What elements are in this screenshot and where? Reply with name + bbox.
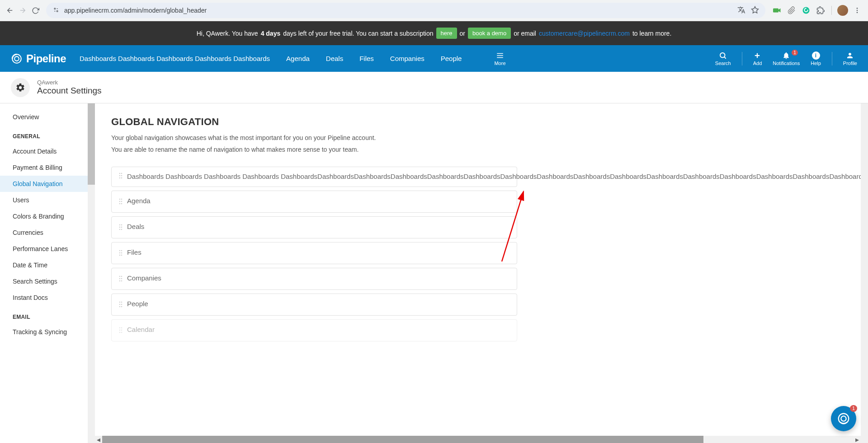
sidebar-item-payment-billing[interactable]: Payment & Billing: [0, 159, 95, 176]
nav-search[interactable]: Search: [715, 51, 731, 66]
svg-point-57: [119, 331, 120, 332]
nav-notifications[interactable]: 1 Notifications: [773, 51, 800, 66]
nav-more-label: More: [494, 61, 505, 66]
svg-point-49: [119, 303, 120, 304]
svg-point-46: [121, 280, 122, 281]
svg-point-26: [121, 201, 122, 201]
nav-card-files[interactable]: Files: [111, 242, 517, 264]
svg-point-9: [14, 56, 19, 61]
trial-or-email: or email: [514, 30, 536, 37]
svg-point-21: [119, 177, 120, 178]
trial-or: or: [460, 30, 465, 37]
app-logo[interactable]: Pipeline: [11, 52, 66, 65]
nav-link-dashboards[interactable]: Dashboards Dashboards Dashboards Dashboa…: [80, 55, 270, 62]
svg-point-18: [121, 173, 122, 174]
drag-handle-icon[interactable]: [119, 301, 123, 309]
drag-handle-icon[interactable]: [119, 198, 123, 206]
sidebar-item-global-navigation[interactable]: Global Navigation: [0, 176, 95, 192]
nav-link-deals[interactable]: Deals: [326, 55, 343, 62]
drag-handle-icon[interactable]: [119, 224, 123, 232]
extensions-puzzle-icon[interactable]: [815, 5, 826, 16]
nav-card-agenda[interactable]: Agenda: [111, 191, 517, 213]
nav-link-agenda[interactable]: Agenda: [286, 55, 310, 62]
nav-profile-label: Profile: [843, 61, 857, 66]
page-title: GLOBAL NAVIGATION: [111, 116, 868, 128]
svg-point-29: [119, 224, 120, 225]
top-nav-right: Search Add 1 Notifications i Help Profil…: [715, 51, 857, 66]
page-desc-2: You are able to rename the name of navig…: [111, 146, 868, 153]
sidebar-item-currencies[interactable]: Currencies: [0, 224, 95, 241]
sidebar-item-colors-branding[interactable]: Colors & Branding: [0, 208, 95, 224]
body: Overview GENERAL Account Details Payment…: [0, 103, 868, 443]
nav-add[interactable]: Add: [753, 51, 762, 66]
scroll-left-arrow[interactable]: ◂: [95, 436, 102, 443]
browser-profile-avatar[interactable]: [837, 5, 848, 16]
sidebar-scrollbar[interactable]: [88, 103, 95, 443]
svg-point-1: [57, 10, 58, 12]
browser-forward-button[interactable]: [16, 4, 29, 17]
sidebar-item-date-time[interactable]: Date & Time: [0, 257, 95, 273]
svg-point-35: [119, 250, 120, 251]
main-horizontal-scrollbar[interactable]: ◂ ▸: [95, 436, 861, 443]
svg-point-22: [121, 177, 122, 178]
sidebar-item-instant-docs[interactable]: Instant Docs: [0, 289, 95, 306]
sidebar-item-performance-lanes[interactable]: Performance Lanes: [0, 241, 95, 257]
svg-point-24: [121, 198, 122, 199]
svg-point-30: [121, 224, 122, 225]
site-info-icon[interactable]: [52, 6, 60, 15]
translate-icon[interactable]: [737, 6, 745, 15]
drag-handle-icon[interactable]: [119, 250, 123, 258]
nav-help[interactable]: i Help: [811, 51, 821, 66]
browser-menu-icon[interactable]: [852, 5, 863, 16]
nav-card-label: Dashboards Dashboards Dashboards Dashboa…: [127, 172, 868, 182]
browser-url-bar[interactable]: app.pipelinecrm.com/admin/modern/global_…: [46, 3, 765, 18]
sidebar-item-account-details[interactable]: Account Details: [0, 143, 95, 159]
nav-card-people[interactable]: People: [111, 294, 517, 316]
settings-header-title: Account Settings: [37, 86, 102, 96]
notifications-badge: 1: [792, 50, 798, 56]
extension-camera-icon[interactable]: [772, 5, 783, 16]
subscribe-here-button[interactable]: here: [436, 28, 457, 39]
nav-card-label: Companies: [127, 274, 161, 282]
sidebar-item-overview[interactable]: Overview: [0, 109, 95, 125]
browser-back-button[interactable]: [4, 4, 16, 17]
drag-handle-icon[interactable]: [119, 275, 123, 284]
svg-point-48: [121, 301, 122, 302]
book-demo-button[interactable]: book a demo: [468, 28, 511, 39]
sidebar-item-users[interactable]: Users: [0, 192, 95, 208]
url-text: app.pipelinecrm.com/admin/modern/global_…: [64, 7, 207, 14]
nav-help-label: Help: [811, 61, 821, 66]
svg-point-0: [54, 8, 56, 9]
extension-grammarly-icon[interactable]: [801, 5, 811, 16]
svg-point-41: [119, 275, 120, 276]
chat-button[interactable]: 1: [831, 406, 856, 431]
chat-badge: 1: [850, 405, 857, 412]
nav-card-label: Deals: [127, 223, 144, 230]
bookmark-star-icon[interactable]: [751, 6, 759, 15]
svg-point-51: [119, 306, 120, 307]
nav-link-files[interactable]: Files: [359, 55, 374, 62]
nav-profile[interactable]: Profile: [843, 51, 857, 66]
nav-card-deals[interactable]: Deals: [111, 216, 517, 238]
extension-clip-icon[interactable]: [786, 5, 797, 16]
nav-link-companies[interactable]: Companies: [390, 55, 425, 62]
svg-point-20: [121, 175, 122, 176]
main-vertical-scrollbar[interactable]: [861, 103, 868, 436]
trial-banner: Hi, QAwerk. You have 4 days days left of…: [0, 21, 868, 45]
nav-card-dashboards[interactable]: Dashboards Dashboards Dashboards Dashboa…: [111, 167, 517, 187]
sidebar-item-tracking-syncing[interactable]: Tracking & Syncing: [0, 324, 95, 340]
browser-reload-button[interactable]: [29, 4, 42, 17]
nav-more-button[interactable]: More: [494, 51, 505, 66]
svg-point-38: [121, 252, 122, 253]
nav-card-calendar[interactable]: Calendar: [111, 319, 517, 341]
svg-point-60: [839, 414, 849, 424]
sidebar-item-search-settings[interactable]: Search Settings: [0, 273, 95, 289]
drag-handle-icon[interactable]: [119, 327, 123, 335]
drag-handle-icon[interactable]: [119, 173, 123, 181]
nav-card-companies[interactable]: Companies: [111, 268, 517, 290]
nav-link-people[interactable]: People: [441, 55, 462, 62]
settings-header-user: QAwerk: [37, 79, 102, 86]
scroll-right-arrow[interactable]: ▸: [854, 436, 861, 443]
app-name: Pipeline: [26, 52, 66, 65]
support-email-link[interactable]: customercare@pipelinecrm.com: [539, 30, 630, 37]
